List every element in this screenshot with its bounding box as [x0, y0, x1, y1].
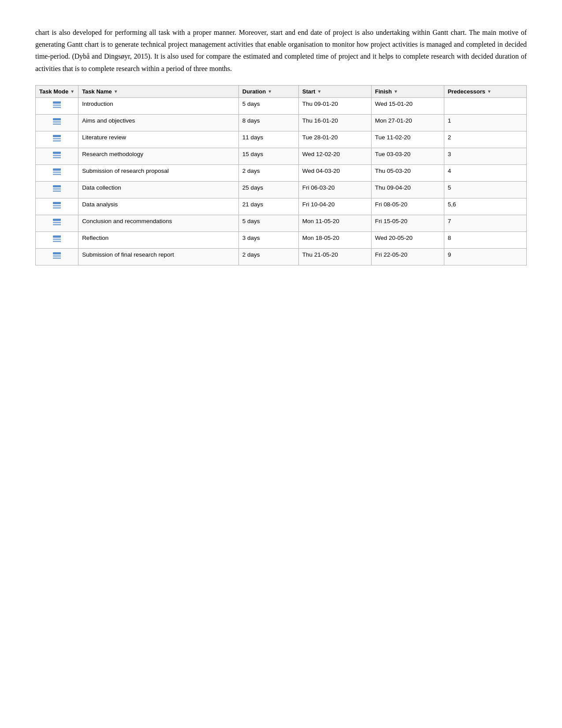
svg-rect-22	[53, 190, 61, 192]
start-sort-icon[interactable]: ▼	[317, 89, 321, 94]
finish-cell: Fri 15-05-20	[371, 215, 444, 231]
task-mode-cell	[36, 164, 78, 181]
start-cell: Mon 18-05-20	[298, 231, 371, 248]
task-name-cell: Data collection	[78, 181, 239, 198]
finish-cell: Thu 09-04-20	[371, 181, 444, 198]
intro-paragraph: chart is also developed for performing a…	[35, 26, 527, 75]
svg-rect-6	[53, 123, 61, 125]
predecessors-cell: 4	[444, 164, 526, 181]
predecessors-sort-icon[interactable]: ▼	[487, 89, 491, 94]
finish-cell: Wed 15-01-20	[371, 97, 444, 114]
svg-rect-16	[53, 168, 61, 171]
task-mode-cell	[36, 97, 78, 114]
svg-rect-30	[53, 224, 61, 225]
svg-rect-37	[53, 255, 61, 257]
duration-sort-icon[interactable]: ▼	[268, 89, 272, 94]
finish-cell: Fri 22-05-20	[371, 248, 444, 265]
task-name-cell: Research methodology	[78, 148, 239, 164]
task-name-cell: Literature review	[78, 131, 239, 148]
svg-rect-4	[53, 118, 61, 120]
task-mode-cell	[36, 131, 78, 148]
task-mode-icon	[52, 201, 62, 212]
finish-cell: Tue 11-02-20	[371, 131, 444, 148]
col-header-duration: Duration ▼	[238, 85, 298, 97]
start-header-label: Start	[302, 88, 316, 95]
svg-rect-14	[53, 157, 61, 158]
svg-rect-9	[53, 138, 61, 139]
svg-rect-34	[53, 241, 61, 242]
task-mode-header-label: Task Mode	[39, 88, 68, 95]
svg-rect-5	[53, 121, 61, 123]
table-row: Aims and objectives8 daysThu 16-01-20Mon…	[36, 114, 527, 131]
predecessors-cell: 8	[444, 231, 526, 248]
svg-rect-38	[53, 258, 61, 259]
task-mode-icon	[52, 251, 62, 262]
svg-rect-32	[53, 235, 61, 238]
duration-cell: 5 days	[238, 215, 298, 231]
duration-header-label: Duration	[242, 88, 266, 95]
predecessors-cell	[444, 97, 526, 114]
predecessors-cell: 3	[444, 148, 526, 164]
task-mode-icon	[52, 218, 62, 229]
finish-sort-icon[interactable]: ▼	[394, 89, 398, 94]
predecessors-cell: 2	[444, 131, 526, 148]
task-name-cell: Submission of final research report	[78, 248, 239, 265]
task-mode-sort-icon[interactable]: ▼	[70, 89, 74, 94]
task-mode-icon	[52, 235, 62, 246]
duration-cell: 2 days	[238, 164, 298, 181]
table-row: Reflection3 daysMon 18-05-20Wed 20-05-20…	[36, 231, 527, 248]
task-mode-cell	[36, 181, 78, 198]
duration-cell: 25 days	[238, 181, 298, 198]
predecessors-cell: 5	[444, 181, 526, 198]
svg-rect-28	[53, 219, 61, 221]
task-mode-icon	[52, 168, 62, 179]
svg-rect-0	[53, 101, 61, 104]
svg-rect-36	[53, 252, 61, 254]
table-row: Conclusion and recommendations5 daysMon …	[36, 215, 527, 231]
duration-cell: 5 days	[238, 97, 298, 114]
task-mode-icon	[52, 184, 62, 195]
task-name-cell: Submission of research proposal	[78, 164, 239, 181]
predecessors-cell: 5,6	[444, 198, 526, 215]
svg-rect-24	[53, 202, 61, 204]
start-cell: Mon 11-05-20	[298, 215, 371, 231]
predecessors-cell: 9	[444, 248, 526, 265]
svg-rect-12	[53, 152, 61, 154]
finish-cell: Fri 08-05-20	[371, 198, 444, 215]
table-row: Submission of research proposal2 daysWed…	[36, 164, 527, 181]
task-name-header-label: Task Name	[82, 88, 112, 95]
start-cell: Fri 06-03-20	[298, 181, 371, 198]
finish-cell: Thu 05-03-20	[371, 164, 444, 181]
start-cell: Wed 04-03-20	[298, 164, 371, 181]
svg-rect-25	[53, 205, 61, 206]
task-mode-cell	[36, 114, 78, 131]
table-row: Data analysis21 daysFri 10-04-20Fri 08-0…	[36, 198, 527, 215]
finish-cell: Wed 20-05-20	[371, 231, 444, 248]
gantt-table: Task Mode ▼ Task Name ▼ Duration ▼ Start	[35, 85, 527, 265]
duration-cell: 2 days	[238, 248, 298, 265]
task-name-sort-icon[interactable]: ▼	[114, 89, 118, 94]
task-mode-cell	[36, 215, 78, 231]
start-cell: Thu 16-01-20	[298, 114, 371, 131]
task-mode-icon	[52, 134, 62, 145]
task-mode-cell	[36, 198, 78, 215]
col-header-task-name: Task Name ▼	[78, 85, 239, 97]
svg-rect-10	[53, 140, 61, 142]
svg-rect-21	[53, 188, 61, 190]
duration-cell: 11 days	[238, 131, 298, 148]
col-header-predecessors: Predecessors ▼	[444, 85, 526, 97]
svg-rect-1	[53, 105, 61, 106]
task-mode-icon	[52, 101, 62, 112]
finish-cell: Tue 03-03-20	[371, 148, 444, 164]
svg-rect-2	[53, 107, 61, 108]
col-header-finish: Finish ▼	[371, 85, 444, 97]
table-row: Submission of final research report2 day…	[36, 248, 527, 265]
svg-rect-17	[53, 172, 61, 173]
start-cell: Fri 10-04-20	[298, 198, 371, 215]
svg-rect-33	[53, 239, 61, 240]
task-mode-icon	[52, 117, 62, 128]
task-mode-cell	[36, 231, 78, 248]
start-cell: Thu 09-01-20	[298, 97, 371, 114]
finish-cell: Mon 27-01-20	[371, 114, 444, 131]
task-mode-icon	[52, 151, 62, 162]
